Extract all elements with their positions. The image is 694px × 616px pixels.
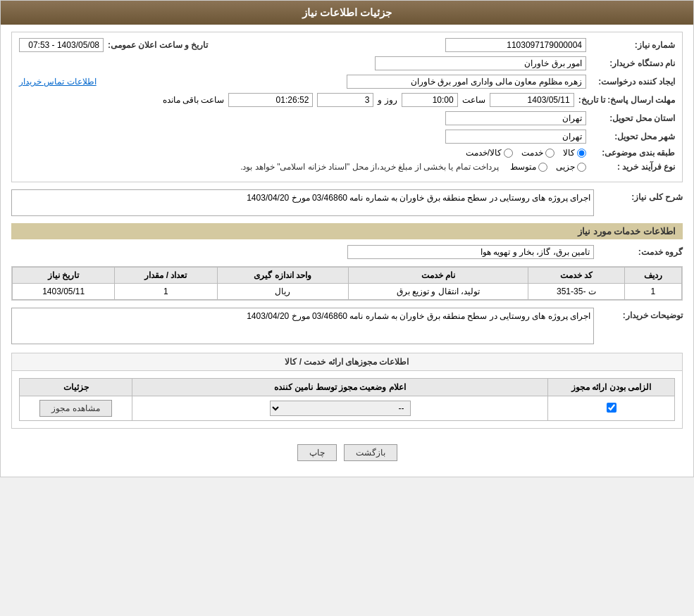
ijadKonande-label: ایجاد کننده درخواست:: [590, 77, 675, 87]
col-tarikh: تاریخ نیاز: [13, 268, 115, 284]
col-elam: اعلام وضعیت مجوز توسط نامین کننده: [132, 379, 548, 396]
tarikh-input[interactable]: [19, 38, 104, 52]
towzihKharidar-textarea[interactable]: [11, 308, 594, 344]
cell-tarikh: 1403/05/11: [13, 284, 115, 300]
tabaqe-radio-khadamat-label: خدمت: [521, 148, 543, 158]
tabaqe-radio-kala[interactable]: کالا: [563, 148, 586, 158]
page-header: جزئیات اطلاعات نیاز: [1, 1, 693, 25]
cell-namKhadamat: تولید، انتقال و توزیع برق: [348, 284, 528, 300]
mohlat-roz-input[interactable]: [317, 93, 373, 107]
shomareNiaz-label: شماره نیاز:: [590, 40, 675, 50]
permissions-section: اطلاعات مجوزهای ارائه خدمت / کالا الزامی…: [11, 353, 683, 429]
noeFarayand-radio-jozi-input[interactable]: [577, 163, 586, 172]
permissions-table: الزامی بودن ارائه مجوز اعلام وضعیت مجوز …: [19, 378, 675, 421]
ostan-label: استان محل تحویل:: [590, 113, 675, 123]
towzihKharidar-label: توضیحات خریدار:: [598, 308, 683, 320]
serviceInfo-title: اطلاعات خدمات مورد نیاز: [11, 223, 683, 239]
ostan-input[interactable]: [445, 111, 586, 125]
cell-vahed: ریال: [217, 284, 348, 300]
permissions-row: -- مشاهده مجوز: [20, 396, 675, 421]
namDastgah-input[interactable]: [375, 56, 586, 70]
services-table: ردیف کد خدمت نام خدمت واحد اندازه گیری ت…: [12, 267, 682, 300]
mohlat-label: مهلت ارسال پاسخ: تا تاریخ:: [578, 95, 675, 105]
mohlat-remaining-input[interactable]: [228, 93, 313, 107]
col-joziyat: جزئیات: [20, 379, 132, 396]
col-tedad: تعداد / مقدار: [115, 268, 217, 284]
footer-buttons: بازگشت چاپ: [11, 436, 683, 470]
groheKhadamat-input[interactable]: [347, 245, 594, 259]
elzami-checkbox[interactable]: [607, 403, 616, 413]
tabaqe-radio-khadamat-input[interactable]: [545, 149, 554, 158]
tabaqe-radio-kala-khadamat[interactable]: کالا/خدمت: [466, 148, 513, 158]
shahr-input[interactable]: [445, 130, 586, 144]
shahr-label: شهر محل تحویل:: [590, 132, 675, 142]
tabaqe-radio-kala-label: کالا: [563, 148, 575, 158]
ijadKonande-input[interactable]: [347, 75, 586, 89]
contact-info-link[interactable]: اطلاعات تماس خریدار: [19, 77, 97, 87]
noeFarayand-radio-motavasset-input[interactable]: [538, 163, 547, 172]
col-radif: ردیف: [624, 268, 681, 284]
cell-kodKhadamat: ت -35-351: [528, 284, 624, 300]
tabaqe-radio-khadamat[interactable]: خدمت: [521, 148, 554, 158]
sharhKoli-label: شرح کلی نیاز:: [598, 189, 683, 202]
namDastgah-label: نام دستگاه خریدار:: [590, 58, 675, 68]
tarikh-label: تاریخ و ساعت اعلان عمومی:: [108, 40, 208, 50]
tabaqe-radio-kala-input[interactable]: [577, 149, 586, 158]
tabaqe-radio-group: کالا خدمت کالا/خدمت: [466, 148, 586, 158]
permissions-header: اطلاعات مجوزهای ارائه خدمت / کالا: [12, 353, 682, 371]
cell-radif: 1: [624, 284, 681, 300]
mohlat-date-input[interactable]: [490, 93, 574, 107]
noeFarayand-radio-motavasset-label: متوسط: [510, 162, 536, 172]
elam-select[interactable]: --: [270, 401, 411, 416]
tabaqe-radio-kala-khadamat-input[interactable]: [504, 149, 513, 158]
table-row: 1 ت -35-351 تولید، انتقال و توزیع برق ری…: [13, 284, 682, 300]
view-permit-button[interactable]: مشاهده مجوز: [39, 400, 111, 417]
col-kodKhadamat: کد خدمت: [528, 268, 624, 284]
noeFarayand-radio-group: جزیی متوسط: [510, 162, 586, 172]
back-button[interactable]: بازگشت: [344, 444, 397, 461]
noeFarayand-label: نوع فرآیند خرید :: [590, 162, 675, 172]
mohlat-time-input[interactable]: [402, 93, 458, 107]
col-elzami: الزامی بودن ارائه مجوز: [548, 379, 675, 396]
mohlat-roz-label: روز و: [378, 95, 397, 105]
tabaqe-label: طبقه بندی موضوعی:: [590, 148, 675, 158]
mohlat-time-label: ساعت: [462, 95, 485, 105]
col-vahed: واحد اندازه گیری: [217, 268, 348, 284]
cell-tedad: 1: [115, 284, 217, 300]
print-button[interactable]: چاپ: [297, 444, 337, 461]
shomareNiaz-input[interactable]: [445, 38, 586, 52]
noeFarayand-radio-motavasset[interactable]: متوسط: [510, 162, 547, 172]
col-namKhadamat: نام خدمت: [348, 268, 528, 284]
tabaqe-radio-kala-khadamat-label: کالا/خدمت: [466, 148, 502, 158]
noeFarayand-desc: پرداخت تمام یا بخشی از مبلغ خرید،از محل …: [240, 162, 499, 172]
noeFarayand-radio-jozi-label: جزیی: [556, 162, 575, 172]
page-title: جزئیات اطلاعات نیاز: [302, 6, 392, 18]
mohlat-saat-label: ساعت باقی مانده: [163, 95, 225, 105]
sharhKoli-textarea[interactable]: [11, 189, 594, 216]
groheKhadamat-label: گروه خدمت:: [598, 247, 683, 257]
noeFarayand-radio-jozi[interactable]: جزیی: [556, 162, 586, 172]
